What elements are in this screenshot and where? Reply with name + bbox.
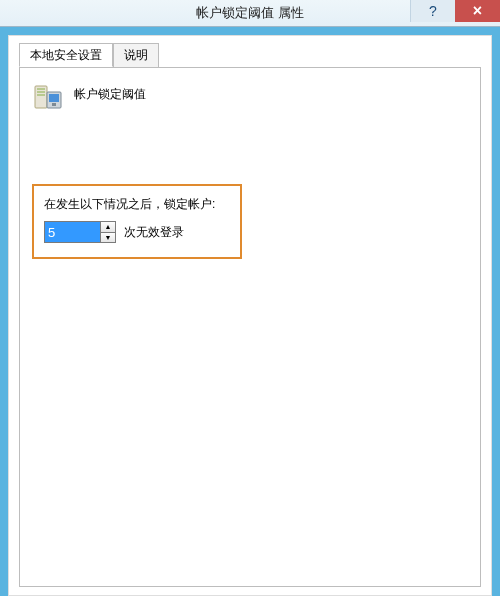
svg-rect-5	[49, 94, 59, 102]
svg-rect-3	[37, 94, 45, 96]
threshold-spinner: ▲ ▼	[44, 221, 116, 243]
tab-strip: 本地安全设置 说明	[19, 43, 481, 67]
window-controls: ? ×	[410, 0, 500, 26]
svg-rect-6	[52, 103, 56, 106]
svg-rect-2	[37, 91, 45, 93]
tab-local-security[interactable]: 本地安全设置	[19, 43, 113, 67]
tab-page-local: 帐户锁定阈值 在发生以下情况之后，锁定帐户: ▲ ▼ 次无效登录	[19, 67, 481, 587]
svg-rect-1	[37, 88, 45, 90]
threshold-suffix: 次无效登录	[124, 224, 184, 241]
policy-icon	[32, 82, 64, 114]
titlebar: 帐户锁定阈值 属性 ? ×	[0, 0, 500, 27]
spin-down-button[interactable]: ▼	[100, 233, 116, 244]
threshold-input[interactable]	[44, 221, 100, 243]
tab-explain[interactable]: 说明	[113, 43, 159, 67]
help-button[interactable]: ?	[410, 0, 455, 22]
threshold-row: ▲ ▼ 次无效登录	[44, 221, 230, 243]
policy-heading: 帐户锁定阈值	[74, 82, 146, 103]
policy-heading-row: 帐户锁定阈值	[32, 82, 468, 114]
spin-buttons: ▲ ▼	[100, 221, 116, 243]
close-button[interactable]: ×	[455, 0, 500, 22]
client-area: 本地安全设置 说明 帐户锁定阈值	[8, 35, 492, 596]
spin-up-button[interactable]: ▲	[100, 221, 116, 233]
properties-window: 帐户锁定阈值 属性 ? × 本地安全设置 说明	[0, 0, 500, 596]
highlight-box: 在发生以下情况之后，锁定帐户: ▲ ▼ 次无效登录	[32, 184, 242, 259]
lockout-prompt: 在发生以下情况之后，锁定帐户:	[44, 196, 230, 213]
